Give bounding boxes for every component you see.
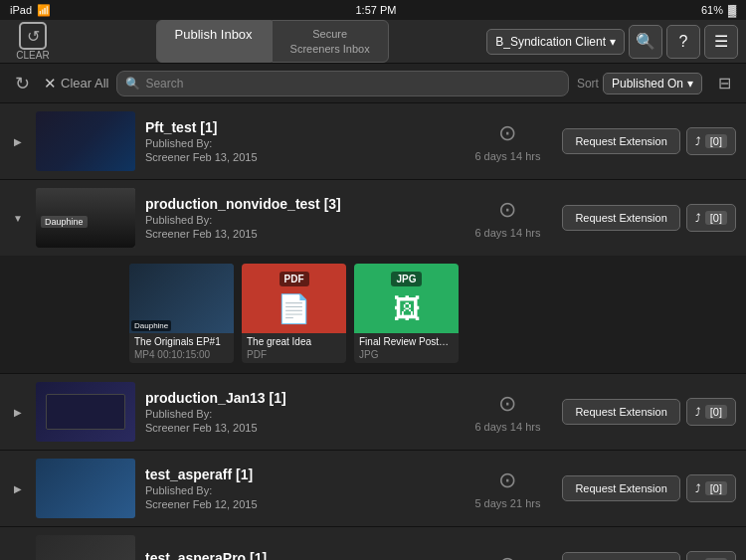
sub-item-type: MP4 00:10:15:00	[129, 349, 234, 363]
top-nav: ↺ CLEAR Publish Inbox SecureScreeners In…	[0, 20, 746, 64]
date-label: Feb 13, 2015	[193, 422, 258, 434]
share-count: [0]	[705, 211, 727, 225]
battery-label: 61%	[701, 4, 723, 16]
item-time: ⊙ 6 days 14 hrs	[463, 197, 552, 239]
filter-icon: ⊟	[718, 74, 731, 93]
sub-item-thumbnail: Dauphine	[129, 264, 234, 333]
list-item-main: Dauphine production_nonvidoe_test [3] Pu…	[0, 180, 746, 256]
item-title: test_asperaff [1]	[145, 467, 453, 482]
share-button[interactable]: ⤴ [0]	[686, 398, 736, 426]
menu-icon: ☰	[714, 32, 728, 51]
item-screener-date: Screener Feb 13, 2015	[145, 422, 453, 434]
sub-items-expanded: Dauphine The Originals EP#1 MP4 00:10:15…	[0, 256, 746, 373]
item-thumbnail	[36, 382, 135, 442]
item-time: ⊙ 5 days 21 hrs	[463, 467, 552, 509]
list-item: test_asperaff [1] Published By: Screener…	[0, 451, 746, 527]
client-dropdown[interactable]: B_Syndication Client ▾	[486, 29, 625, 55]
sort-value[interactable]: Published On ▾	[603, 73, 702, 94]
item-time: ⊙ 6 days 14 hrs	[463, 120, 552, 162]
wifi-icon: 📶	[37, 4, 51, 17]
sort-control[interactable]: Sort Published On ▾	[577, 73, 702, 94]
list-item: Pft_test [1] Published By: Screener Feb …	[0, 103, 746, 180]
time-label: 1:57 PM	[356, 4, 397, 16]
item-actions: Request Extension ⤴ [0]	[562, 474, 736, 502]
list-item-main: test_asperaPro [1] Published By: ⊙ Reque…	[0, 527, 746, 560]
list-item-main: Pft_test [1] Published By: Screener Feb …	[0, 103, 746, 179]
help-icon: ?	[679, 33, 688, 51]
share-button[interactable]: ⤴ [0]	[686, 204, 736, 232]
clock-icon: ⊙	[498, 467, 516, 493]
search-button[interactable]: 🔍	[629, 25, 662, 59]
sub-item-card[interactable]: Dauphine The Originals EP#1 MP4 00:10:15…	[129, 264, 234, 363]
item-published-by: Published By:	[145, 484, 453, 496]
share-count: [0]	[705, 481, 727, 495]
expand-toggle[interactable]	[10, 405, 26, 419]
status-bar: iPad 📶 1:57 PM 61% ▓	[0, 0, 746, 20]
sub-item-thumbnail: JPG 🖼	[354, 264, 459, 333]
clear-button[interactable]: ↺ CLEAR	[8, 22, 58, 61]
expand-toggle[interactable]	[10, 481, 26, 495]
filter-button[interactable]: ⊟	[710, 70, 738, 97]
request-extension-button[interactable]: Request Extension	[562, 205, 679, 231]
clock-icon: ⊙	[498, 391, 516, 417]
clock-icon: ⊙	[498, 120, 516, 146]
sort-label: Sort	[577, 77, 599, 91]
item-info: production_nonvidoe_test [3] Published B…	[145, 196, 453, 240]
item-title: production_Jan13 [1]	[145, 390, 453, 406]
expand-toggle[interactable]	[10, 211, 26, 225]
search-placeholder: Search	[145, 77, 183, 91]
expand-toggle[interactable]	[10, 134, 26, 148]
list-item: test_asperaPro [1] Published By: ⊙ Reque…	[0, 527, 746, 560]
tab-publish-inbox[interactable]: Publish Inbox	[156, 20, 272, 63]
request-extension-button[interactable]: Request Extension	[562, 128, 679, 154]
refresh-button[interactable]: ↻	[8, 70, 36, 97]
clear-all-x-icon: ✕	[44, 75, 57, 93]
share-icon: ⤴	[695, 406, 701, 418]
nav-right: B_Syndication Client ▾ 🔍 ? ☰	[486, 25, 738, 59]
chevron-right-icon	[14, 134, 22, 148]
menu-button[interactable]: ☰	[704, 25, 738, 59]
thumb-preview	[36, 459, 135, 518]
item-published-by: Published By:	[145, 214, 453, 226]
chevron-right-icon	[14, 405, 22, 419]
sub-item-card[interactable]: JPG 🖼 Final Review Poster 001 JPG	[354, 264, 459, 363]
chevron-down-icon	[13, 211, 23, 225]
file-icon: 🖼	[393, 292, 421, 325]
item-actions: Request Extension ⤴ [0]	[562, 398, 736, 426]
item-screener-date: Screener Feb 12, 2015	[145, 498, 453, 510]
status-right: 61% ▓	[701, 4, 736, 16]
sub-item-type: PDF	[242, 349, 346, 363]
share-button[interactable]: ⤴ [0]	[686, 551, 736, 560]
item-screener-date: Screener Feb 13, 2015	[145, 228, 453, 240]
sub-item-card[interactable]: PDF 📄 The great Idea PDF	[242, 264, 346, 363]
share-icon: ⤴	[695, 482, 701, 494]
clear-all-label: Clear All	[61, 76, 108, 91]
tab-secure-screeners[interactable]: SecureScreeners Inbox	[272, 20, 389, 63]
screener-label: Screener	[145, 422, 190, 434]
request-extension-button[interactable]: Request Extension	[562, 552, 679, 560]
search-bar[interactable]: 🔍 Search	[116, 71, 569, 96]
toolbar: ↻ ✕ Clear All 🔍 Search Sort Published On…	[0, 64, 746, 103]
list-item: production_Jan13 [1] Published By: Scree…	[0, 374, 746, 451]
item-actions: Request Extension ⤴ [0]	[562, 127, 736, 155]
request-extension-button[interactable]: Request Extension	[562, 399, 679, 425]
help-button[interactable]: ?	[666, 25, 700, 59]
share-count: [0]	[705, 134, 727, 148]
clear-all-button[interactable]: ✕ Clear All	[44, 75, 108, 93]
share-button[interactable]: ⤴ [0]	[686, 474, 736, 502]
share-icon: ⤴	[695, 212, 701, 224]
chevron-down-icon: ▾	[610, 35, 616, 49]
item-actions: Request Extension ⤴ [0]	[562, 204, 736, 232]
item-thumbnail	[36, 111, 135, 171]
share-icon: ⤴	[695, 135, 701, 147]
clock-icon: ⊙	[498, 552, 516, 560]
time-label: 6 days 14 hrs	[474, 421, 540, 433]
file-icon: 📄	[277, 292, 311, 325]
item-time: ⊙	[463, 552, 552, 560]
share-button[interactable]: ⤴ [0]	[686, 127, 736, 155]
request-extension-button[interactable]: Request Extension	[562, 475, 679, 501]
thumb-preview	[36, 111, 135, 171]
item-info: test_asperaff [1] Published By: Screener…	[145, 467, 453, 510]
sort-chevron-icon: ▾	[687, 77, 693, 91]
time-label: 6 days 14 hrs	[474, 227, 540, 239]
